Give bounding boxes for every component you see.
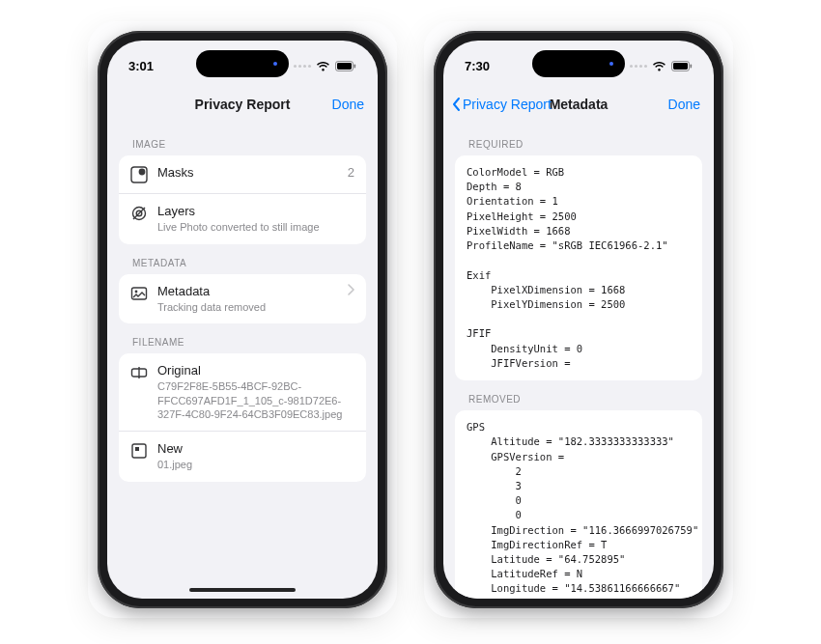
required-metadata-text: ColorModel = RGB Depth = 8 Orientation =… [467, 165, 691, 371]
phone-right: 7:30 Privacy Report Metadata Done REQUIR… [434, 31, 723, 608]
row-sub: C79F2F8E-5B55-4BCF-92BC-FFCC697AFD1F_1_1… [157, 379, 354, 421]
section-label-removed: REMOVED [455, 380, 702, 410]
nav-title: Metadata [550, 97, 609, 112]
required-metadata-box: ColorModel = RGB Depth = 8 Orientation =… [455, 155, 702, 380]
group-image: Masks 2 Layers Live Photo converted to s… [119, 155, 366, 244]
nav-bar: Privacy Report Done [107, 85, 378, 124]
rename-icon [130, 364, 148, 381]
nav-bar: Privacy Report Metadata Done [443, 85, 714, 124]
masks-count: 2 [348, 165, 354, 180]
row-sub: Tracking data removed [157, 300, 331, 314]
nav-title: Privacy Report [195, 97, 291, 112]
svg-rect-13 [135, 447, 139, 451]
done-button[interactable]: Done [668, 97, 700, 112]
row-sub: 01.jpeg [157, 458, 354, 471]
row-title: Original [157, 363, 354, 378]
section-label-metadata: METADATA [119, 244, 366, 274]
photo-icon [130, 285, 148, 302]
chevron-left-icon [451, 97, 461, 112]
svg-point-9 [135, 290, 138, 293]
row-sub: Live Photo converted to still image [157, 220, 354, 234]
group-filename: Original C79F2F8E-5B55-4BCF-92BC-FFCC697… [119, 353, 366, 482]
row-title: New [157, 441, 354, 457]
content-left: IMAGE Masks 2 Layers Live Photo converte… [107, 124, 378, 491]
svg-rect-15 [673, 63, 688, 70]
signal-dots-icon [294, 65, 311, 68]
removed-metadata-box: GPS Altitude = "182.3333333333333" GPSVe… [455, 410, 702, 599]
svg-rect-1 [337, 63, 352, 70]
status-time: 3:01 [128, 59, 154, 73]
back-button[interactable]: Privacy Report [451, 97, 552, 112]
row-title: Layers [157, 204, 354, 219]
screen-right: 7:30 Privacy Report Metadata Done REQUIR… [443, 41, 714, 599]
device-frame-right: 7:30 Privacy Report Metadata Done REQUIR… [424, 21, 733, 618]
dynamic-island [532, 50, 625, 77]
chevron-right-icon [347, 284, 354, 295]
removed-metadata-text: GPS Altitude = "182.3333333333333" GPSVe… [467, 420, 691, 599]
section-label-image: IMAGE [119, 126, 366, 155]
section-label-required: REQUIRED [455, 126, 702, 155]
signal-dots-icon [630, 65, 647, 68]
battery-icon [671, 61, 693, 71]
wifi-icon [652, 61, 666, 71]
svg-rect-16 [691, 64, 693, 68]
home-indicator[interactable] [189, 588, 296, 592]
svg-rect-3 [131, 167, 147, 182]
svg-rect-2 [354, 64, 356, 68]
mask-icon [130, 166, 148, 183]
group-metadata: Metadata Tracking data removed [119, 274, 366, 324]
content-right: REQUIRED ColorModel = RGB Depth = 8 Orie… [443, 124, 714, 599]
dynamic-island [196, 50, 289, 77]
row-metadata[interactable]: Metadata Tracking data removed [119, 274, 366, 324]
svg-point-4 [139, 169, 146, 176]
screen-left: 3:01 Privacy Report Done IMAGE [107, 41, 378, 599]
row-title: Metadata [157, 284, 331, 299]
phone-left: 3:01 Privacy Report Done IMAGE [98, 31, 387, 608]
row-layers[interactable]: Layers Live Photo converted to still ima… [119, 193, 366, 244]
status-time: 7:30 [465, 59, 490, 73]
row-new[interactable]: New 01.jpeg [119, 431, 366, 482]
row-original[interactable]: Original C79F2F8E-5B55-4BCF-92BC-FFCC697… [119, 353, 366, 431]
section-label-filename: FILENAME [119, 323, 366, 353]
file-icon [130, 442, 148, 460]
layers-off-icon [130, 205, 148, 222]
battery-icon [335, 61, 356, 71]
device-frame-left: 3:01 Privacy Report Done IMAGE [88, 21, 397, 618]
wifi-icon [316, 61, 330, 71]
row-masks[interactable]: Masks 2 [119, 155, 366, 193]
done-button[interactable]: Done [332, 97, 364, 112]
row-title: Masks [157, 165, 338, 181]
back-label: Privacy Report [463, 97, 552, 112]
